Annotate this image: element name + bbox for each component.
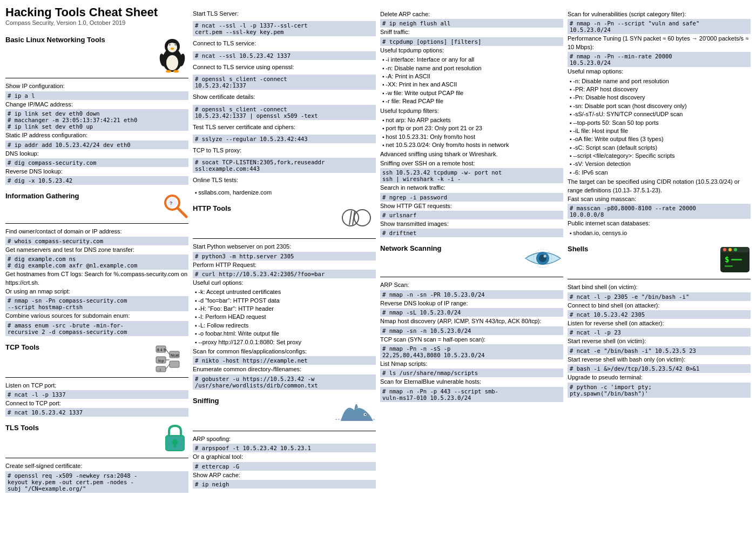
svg-point-6 [169, 44, 170, 45]
svg-point-37 [364, 414, 366, 415]
svg-rect-52 [725, 265, 733, 267]
column-1: Hacking Tools Cheat Sheet Compass Securi… [5, 5, 188, 493]
tcp-tools-content: Listen on TCP port: # ncat -l -p 1337 Co… [5, 381, 188, 418]
section-shells: $ Shells [568, 245, 751, 279]
tcpdump-filters-list: not arp: No ARP packets port ftp or port… [380, 116, 563, 150]
svg-line-34 [349, 211, 352, 225]
svg-point-8 [171, 48, 174, 50]
lock-icon [161, 424, 188, 455]
svg-line-14 [178, 208, 186, 217]
svg-text:._|: ._| [157, 368, 161, 371]
svg-rect-51 [731, 259, 742, 260]
svg-point-7 [174, 44, 176, 45]
tls-tools-content: Create self-signed certificate: # openss… [5, 462, 188, 493]
page-subtitle: Compass Security, Version 1.0, October 2… [5, 19, 188, 26]
header-title: Hacking Tools Cheat Sheet Compass Securi… [5, 5, 188, 29]
svg-point-9 [166, 70, 171, 73]
section-sniffing: Sniffing [193, 397, 376, 431]
column-4: Scan for vulnerabilities (script categor… [568, 5, 751, 493]
section-info-gathering: ? Information Gathering [5, 192, 188, 224]
svg-line-27 [166, 364, 170, 369]
svg-rect-31 [174, 444, 176, 447]
nmap-options-list: -n: Disable name and port resolution -PR… [568, 77, 751, 177]
column-2: Start TLS Server: # ncat --ssl -l -p 133… [193, 5, 376, 493]
svg-point-49 [734, 248, 737, 251]
penguin-icon [156, 36, 188, 75]
scan-db-list: shodan.io, censys.io [568, 229, 751, 237]
column-3: Delete ARP cache: # ip neigh flush all S… [380, 5, 563, 493]
section-basic-networking: Basic Linux Networking Tools [5, 36, 188, 78]
eye-scan-icon [523, 244, 563, 274]
section-tls-tools: TLS Tools [5, 424, 188, 458]
svg-text:Ncat: Ncat [171, 353, 179, 357]
svg-point-33 [354, 210, 370, 226]
tls-tests-list: ssllabs.com, hardenize.com [193, 189, 376, 197]
svg-rect-24 [170, 361, 179, 367]
section-network-scanning: Network Scanning [380, 244, 563, 277]
svg-point-10 [173, 70, 179, 73]
network-scanning-content: ARP Scan: # nmap -n -sn -PR 10.5.23.0/24… [380, 280, 563, 402]
page-title: Hacking Tools Cheat Sheet [5, 5, 188, 19]
magnifier-icon: ? [161, 192, 188, 220]
shark-icon [335, 397, 376, 428]
svg-point-41 [544, 255, 546, 258]
shells-content: Start bind shell (on victim): # ncat -l … [568, 283, 751, 398]
info-gathering-content: Find owner/contact of domain or IP addre… [5, 227, 188, 336]
svg-text:$: $ [725, 255, 729, 264]
svg-point-48 [728, 248, 732, 251]
basic-networking-content: Show IP configuration: # ip a l Change I… [5, 82, 188, 185]
svg-point-1 [166, 55, 178, 70]
http-tools-content: Start Python webserver on port 2305: # p… [193, 242, 376, 390]
svg-text:6 4 5: 6 4 5 [157, 348, 166, 352]
svg-line-25 [166, 349, 170, 355]
svg-text:?: ? [170, 200, 173, 206]
network-icon: 6 4 5 tcp Ncat ._| [153, 343, 188, 374]
terminal-icon: $ [719, 245, 751, 276]
svg-text:tcp: tcp [158, 359, 164, 363]
section-tcp-tools: 6 4 5 tcp Ncat ._| TCP Tools [5, 343, 188, 378]
svg-point-47 [723, 248, 726, 251]
tcpdump-options-list: -i interface: Interface or any for all -… [380, 56, 563, 105]
http-icon [341, 204, 376, 236]
section-http-tools: HTTP Tools [193, 204, 376, 239]
sniffing-content: ARP spoofing: # arpspoof -t 10.5.23.42 1… [193, 434, 376, 489]
curl-options-list: -k: Accept untrusted certificates -d "fo… [193, 288, 376, 346]
